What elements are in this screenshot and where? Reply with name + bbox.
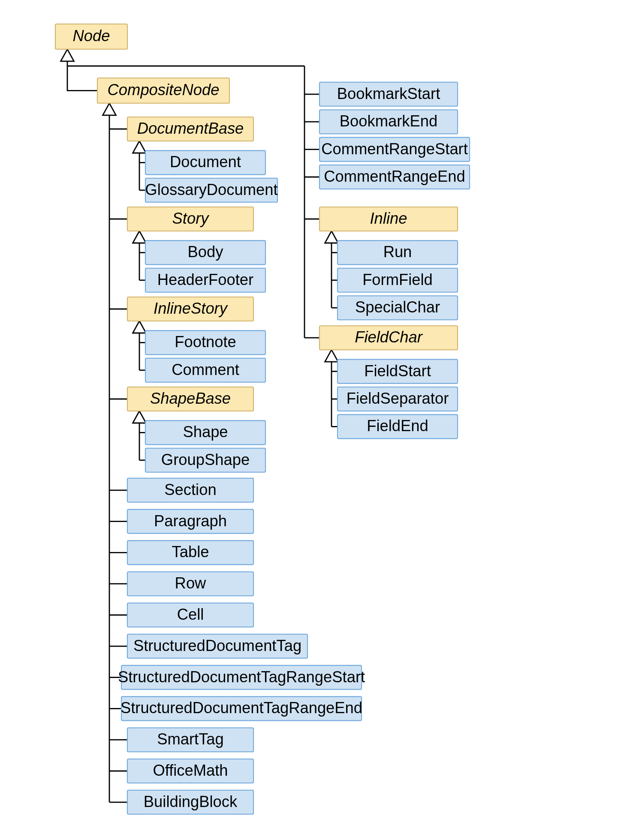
class-box-section: Section	[127, 478, 253, 502]
class-label-row: Row	[175, 574, 206, 592]
class-label-root: Node	[73, 27, 110, 45]
class-label-glossary: GlossaryDocument	[145, 181, 277, 198]
class-box-shape: Shape	[145, 420, 265, 444]
class-box-inline-story: InlineStory	[127, 297, 253, 321]
class-label-sdt: StructuredDocumentTag	[133, 637, 301, 654]
class-label-section: Section	[164, 481, 216, 498]
class-box-inline: Inline	[320, 207, 458, 231]
class-label-composite-node: CompositeNode	[108, 81, 220, 99]
class-box-field-end: FieldEnd	[338, 414, 458, 438]
class-box-field-start: FieldStart	[338, 360, 458, 384]
class-box-paragraph: Paragraph	[127, 510, 253, 534]
class-label-group-shape: GroupShape	[161, 451, 250, 468]
class-label-table: Table	[172, 543, 209, 561]
class-label-building-block: BuildingBlock	[144, 793, 238, 810]
class-label-field-separator: FieldSeparator	[347, 390, 449, 407]
class-label-office-math: OfficeMath	[153, 762, 228, 779]
class-box-root: Node	[55, 24, 127, 49]
class-box-group-shape: GroupShape	[145, 448, 265, 472]
class-box-story: Story	[127, 207, 253, 231]
class-box-field-char: FieldChar	[320, 326, 458, 350]
class-box-header-footer: HeaderFooter	[145, 268, 265, 292]
class-label-inline-story: InlineStory	[154, 300, 229, 317]
class-box-sdt: StructuredDocumentTag	[127, 634, 307, 658]
class-box-form-field: FormField	[338, 268, 458, 292]
class-box-run: Run	[338, 240, 458, 264]
class-box-bookmark-start: BookmarkStart	[320, 82, 458, 106]
class-hierarchy-diagram: NodeCompositeNodeDocumentBaseDocumentGlo…	[0, 0, 639, 840]
class-box-comment-range-start: CommentRangeStart	[320, 138, 470, 162]
class-box-comment-range-end: CommentRangeEnd	[320, 165, 470, 189]
class-box-sdt-range-start: StructuredDocumentTagRangeStart	[118, 666, 365, 690]
class-box-glossary: GlossaryDocument	[145, 178, 277, 202]
class-label-comment-range-start: CommentRangeStart	[321, 140, 468, 158]
class-label-document-base: DocumentBase	[137, 120, 244, 137]
class-box-document-base: DocumentBase	[127, 117, 253, 141]
class-box-row: Row	[127, 572, 253, 596]
class-label-story: Story	[172, 210, 210, 227]
class-label-sdt-range-start: StructuredDocumentTagRangeStart	[118, 668, 365, 686]
class-label-sdt-range-end: StructuredDocumentTagRangeEnd	[121, 699, 362, 717]
class-box-bookmark-end: BookmarkEnd	[320, 110, 458, 134]
class-label-field-char: FieldChar	[355, 328, 423, 346]
class-label-comment: Comment	[172, 361, 239, 378]
class-label-comment-range-end: CommentRangeEnd	[324, 168, 465, 185]
class-box-composite-node: CompositeNode	[97, 78, 229, 103]
class-box-field-separator: FieldSeparator	[338, 387, 458, 411]
class-box-office-math: OfficeMath	[127, 759, 253, 783]
class-box-cell: Cell	[127, 603, 253, 627]
class-box-special-char: SpecialChar	[338, 296, 458, 320]
class-label-bookmark-start: BookmarkStart	[337, 85, 440, 102]
class-label-run: Run	[383, 243, 412, 261]
class-box-shape-base: ShapeBase	[127, 387, 253, 411]
class-label-header-footer: HeaderFooter	[157, 271, 253, 288]
class-box-comment: Comment	[145, 358, 265, 382]
class-box-document: Document	[145, 150, 265, 174]
class-box-table: Table	[127, 540, 253, 564]
class-label-bookmark-end: BookmarkEnd	[340, 112, 437, 130]
class-box-building-block: BuildingBlock	[127, 790, 253, 814]
class-box-body: Body	[145, 240, 265, 264]
class-label-shape-base: ShapeBase	[150, 390, 231, 407]
class-label-footnote: Footnote	[175, 333, 236, 351]
class-label-body: Body	[188, 243, 224, 261]
class-box-footnote: Footnote	[145, 330, 265, 354]
class-box-smart-tag: SmartTag	[127, 728, 253, 752]
class-label-shape: Shape	[183, 423, 228, 441]
class-box-sdt-range-end: StructuredDocumentTagRangeEnd	[121, 696, 362, 720]
class-label-smart-tag: SmartTag	[157, 730, 224, 748]
class-label-inline: Inline	[370, 210, 407, 227]
class-label-special-char: SpecialChar	[355, 298, 440, 316]
class-label-field-start: FieldStart	[364, 362, 431, 380]
class-label-document: Document	[170, 153, 241, 171]
class-label-paragraph: Paragraph	[154, 512, 227, 530]
class-label-field-end: FieldEnd	[367, 417, 428, 435]
class-label-cell: Cell	[177, 606, 204, 623]
class-label-form-field: FormField	[362, 271, 433, 288]
